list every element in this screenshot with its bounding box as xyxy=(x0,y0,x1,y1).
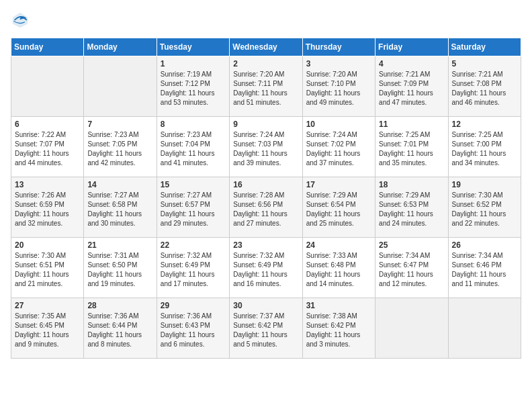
day-info: Sunrise: 7:37 AMSunset: 6:42 PMDaylight:… xyxy=(233,312,298,349)
calendar-cell: 5Sunrise: 7:21 AMSunset: 7:08 PMDaylight… xyxy=(448,56,521,117)
day-number: 9 xyxy=(233,120,298,129)
day-number: 7 xyxy=(87,120,152,129)
day-number: 6 xyxy=(15,120,80,129)
calendar-cell: 25Sunrise: 7:34 AMSunset: 6:47 PMDayligh… xyxy=(375,238,448,298)
calendar-cell: 4Sunrise: 7:21 AMSunset: 7:09 PMDaylight… xyxy=(375,56,448,117)
calendar-cell: 7Sunrise: 7:23 AMSunset: 7:05 PMDaylight… xyxy=(84,117,157,177)
calendar-cell: 2Sunrise: 7:20 AMSunset: 7:11 PMDaylight… xyxy=(230,56,302,117)
day-info: Sunrise: 7:36 AMSunset: 6:44 PMDaylight:… xyxy=(87,312,152,349)
day-headers-row: SundayMondayTuesdayWednesdayThursdayFrid… xyxy=(11,38,521,56)
day-info: Sunrise: 7:28 AMSunset: 6:56 PMDaylight:… xyxy=(233,191,298,228)
day-number: 13 xyxy=(15,180,80,189)
calendar-cell: 6Sunrise: 7:22 AMSunset: 7:07 PMDaylight… xyxy=(11,117,84,177)
calendar-cell: 1Sunrise: 7:19 AMSunset: 7:12 PMDaylight… xyxy=(157,56,229,117)
day-number: 31 xyxy=(306,301,371,310)
day-number: 2 xyxy=(233,59,298,68)
calendar-cell: 10Sunrise: 7:24 AMSunset: 7:02 PMDayligh… xyxy=(302,117,375,177)
day-header-thursday: Thursday xyxy=(302,38,375,56)
calendar-cell xyxy=(84,56,157,117)
day-number: 22 xyxy=(161,240,226,250)
logo-icon xyxy=(11,11,30,30)
calendar-table: SundayMondayTuesdayWednesdayThursdayFrid… xyxy=(11,38,521,359)
day-info: Sunrise: 7:30 AMSunset: 6:52 PMDaylight:… xyxy=(452,191,517,228)
day-number: 15 xyxy=(161,180,226,189)
day-number: 23 xyxy=(233,240,298,250)
calendar-cell: 24Sunrise: 7:33 AMSunset: 6:48 PMDayligh… xyxy=(302,238,375,298)
calendar-week-4: 20Sunrise: 7:30 AMSunset: 6:51 PMDayligh… xyxy=(11,238,521,298)
day-info: Sunrise: 7:21 AMSunset: 7:08 PMDaylight:… xyxy=(452,70,517,107)
day-info: Sunrise: 7:32 AMSunset: 6:49 PMDaylight:… xyxy=(233,251,298,289)
day-number: 12 xyxy=(452,120,517,129)
day-number: 1 xyxy=(161,59,226,68)
calendar-cell: 16Sunrise: 7:28 AMSunset: 6:56 PMDayligh… xyxy=(230,177,302,238)
day-header-sunday: Sunday xyxy=(11,38,84,56)
day-header-tuesday: Tuesday xyxy=(157,38,229,56)
day-info: Sunrise: 7:34 AMSunset: 6:47 PMDaylight:… xyxy=(379,251,444,289)
day-info: Sunrise: 7:24 AMSunset: 7:02 PMDaylight:… xyxy=(306,130,371,168)
day-number: 30 xyxy=(233,301,298,310)
calendar-week-3: 13Sunrise: 7:26 AMSunset: 6:59 PMDayligh… xyxy=(11,177,521,238)
day-info: Sunrise: 7:29 AMSunset: 6:53 PMDaylight:… xyxy=(379,191,444,228)
day-info: Sunrise: 7:34 AMSunset: 6:46 PMDaylight:… xyxy=(452,251,517,289)
calendar-cell: 28Sunrise: 7:36 AMSunset: 6:44 PMDayligh… xyxy=(84,298,157,359)
calendar-cell: 30Sunrise: 7:37 AMSunset: 6:42 PMDayligh… xyxy=(230,298,302,359)
calendar-cell: 27Sunrise: 7:35 AMSunset: 6:45 PMDayligh… xyxy=(11,298,84,359)
calendar-cell: 20Sunrise: 7:30 AMSunset: 6:51 PMDayligh… xyxy=(11,238,84,298)
day-number: 3 xyxy=(306,59,371,68)
day-info: Sunrise: 7:23 AMSunset: 7:05 PMDaylight:… xyxy=(87,130,152,168)
day-number: 17 xyxy=(306,180,371,189)
calendar-cell: 31Sunrise: 7:38 AMSunset: 6:42 PMDayligh… xyxy=(302,298,375,359)
calendar-cell xyxy=(448,298,521,359)
calendar-week-2: 6Sunrise: 7:22 AMSunset: 7:07 PMDaylight… xyxy=(11,117,521,177)
calendar-cell: 26Sunrise: 7:34 AMSunset: 6:46 PMDayligh… xyxy=(448,238,521,298)
day-number: 8 xyxy=(161,120,226,129)
day-number: 10 xyxy=(306,120,371,129)
calendar-cell xyxy=(11,56,84,117)
day-info: Sunrise: 7:31 AMSunset: 6:50 PMDaylight:… xyxy=(87,251,152,289)
calendar-cell: 19Sunrise: 7:30 AMSunset: 6:52 PMDayligh… xyxy=(448,177,521,238)
day-number: 14 xyxy=(87,180,152,189)
day-info: Sunrise: 7:38 AMSunset: 6:42 PMDaylight:… xyxy=(306,312,371,349)
day-number: 28 xyxy=(87,301,152,310)
day-info: Sunrise: 7:20 AMSunset: 7:10 PMDaylight:… xyxy=(306,70,371,107)
day-info: Sunrise: 7:29 AMSunset: 6:54 PMDaylight:… xyxy=(306,191,371,228)
calendar-cell: 12Sunrise: 7:25 AMSunset: 7:00 PMDayligh… xyxy=(448,117,521,177)
day-number: 16 xyxy=(233,180,298,189)
calendar-cell: 11Sunrise: 7:25 AMSunset: 7:01 PMDayligh… xyxy=(375,117,448,177)
calendar-cell: 21Sunrise: 7:31 AMSunset: 6:50 PMDayligh… xyxy=(84,238,157,298)
day-number: 29 xyxy=(161,301,226,310)
day-info: Sunrise: 7:23 AMSunset: 7:04 PMDaylight:… xyxy=(161,130,226,168)
day-number: 26 xyxy=(452,240,517,250)
day-number: 20 xyxy=(15,240,80,250)
day-number: 24 xyxy=(306,240,371,250)
day-header-friday: Friday xyxy=(375,38,448,56)
day-number: 18 xyxy=(379,180,444,189)
calendar-week-1: 1Sunrise: 7:19 AMSunset: 7:12 PMDaylight… xyxy=(11,56,521,117)
day-info: Sunrise: 7:24 AMSunset: 7:03 PMDaylight:… xyxy=(233,130,298,168)
calendar-cell: 23Sunrise: 7:32 AMSunset: 6:49 PMDayligh… xyxy=(230,238,302,298)
day-header-saturday: Saturday xyxy=(448,38,521,56)
day-info: Sunrise: 7:27 AMSunset: 6:58 PMDaylight:… xyxy=(87,191,152,228)
day-info: Sunrise: 7:22 AMSunset: 7:07 PMDaylight:… xyxy=(15,130,80,168)
day-number: 11 xyxy=(379,120,444,129)
day-number: 19 xyxy=(452,180,517,189)
calendar-cell: 3Sunrise: 7:20 AMSunset: 7:10 PMDaylight… xyxy=(302,56,375,117)
day-number: 25 xyxy=(379,240,444,250)
day-info: Sunrise: 7:25 AMSunset: 7:01 PMDaylight:… xyxy=(379,130,444,168)
day-info: Sunrise: 7:25 AMSunset: 7:00 PMDaylight:… xyxy=(452,130,517,168)
day-number: 21 xyxy=(87,240,152,250)
day-info: Sunrise: 7:19 AMSunset: 7:12 PMDaylight:… xyxy=(161,70,226,107)
day-info: Sunrise: 7:26 AMSunset: 6:59 PMDaylight:… xyxy=(15,191,80,228)
day-info: Sunrise: 7:35 AMSunset: 6:45 PMDaylight:… xyxy=(15,312,80,349)
page-header xyxy=(11,11,521,30)
calendar-cell: 22Sunrise: 7:32 AMSunset: 6:49 PMDayligh… xyxy=(157,238,229,298)
day-number: 5 xyxy=(452,59,517,68)
day-number: 27 xyxy=(15,301,80,310)
day-header-monday: Monday xyxy=(84,38,157,56)
logo xyxy=(11,11,32,30)
day-info: Sunrise: 7:27 AMSunset: 6:57 PMDaylight:… xyxy=(161,191,226,228)
calendar-cell xyxy=(375,298,448,359)
day-info: Sunrise: 7:32 AMSunset: 6:49 PMDaylight:… xyxy=(161,251,226,289)
day-info: Sunrise: 7:33 AMSunset: 6:48 PMDaylight:… xyxy=(306,251,371,289)
day-number: 4 xyxy=(379,59,444,68)
